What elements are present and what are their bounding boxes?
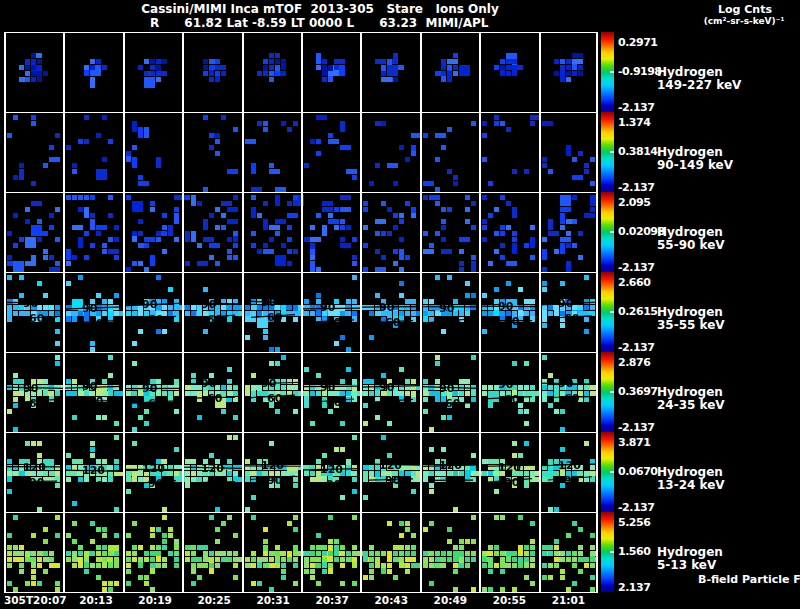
spectrogram-canvas: [4, 113, 598, 192]
species-label: Hydrogen: [657, 305, 723, 319]
species-label: Hydrogen: [657, 465, 723, 479]
row-sidebar: 1.374 0.3814 -2.137 Hydrogen 90-149 keV: [601, 112, 800, 193]
colorbar-max-label: 2.660: [618, 276, 650, 289]
colorbar-mid-label: -0.9198: [618, 65, 662, 78]
species-label: Hydrogen: [657, 65, 723, 79]
time-tick-label: 20:19: [126, 594, 185, 606]
spectrogram-canvas: [4, 513, 598, 592]
time-tick-label: 21:01: [539, 594, 598, 606]
time-axis: 305T20:07 20:13 20:19 20:25 20:31 20:37 …: [4, 594, 598, 606]
colorbar-max-label: 2.095: [618, 196, 650, 209]
spectrogram-row-5-13: [4, 512, 598, 593]
energy-range-label: 5-13 keV: [657, 558, 716, 572]
row-sidebar: 2.095 0.02098 -2.137 Hydrogen 55-90 keV: [601, 192, 800, 273]
colorbar-max-label: 1.374: [618, 116, 650, 129]
colorbar-mid-label: 0.3814: [618, 145, 657, 158]
colorbar-max-label: 5.256: [618, 516, 650, 529]
bfield-particle-flow-label: B-field Particle Flow: [698, 573, 800, 586]
species-label: Hydrogen: [657, 145, 723, 159]
colorbar-mid-label: 0.2615: [618, 305, 657, 318]
species-label: Hydrogen: [657, 225, 723, 239]
colorbar: [601, 32, 614, 112]
colorbar: [601, 192, 614, 272]
spectrogram-canvas: [4, 273, 598, 352]
colorbar: [601, 432, 614, 512]
colorbar-max-label: 3.871: [618, 436, 650, 449]
spectrogram-canvas: [4, 353, 598, 432]
time-tick-label: 20:55: [480, 594, 539, 606]
time-tick-label: 20:37: [303, 594, 362, 606]
orbit-info-line: R 61.82 Lat -8.59 LT 0000 L 63.23 MIMI/A…: [150, 16, 488, 30]
time-tick-label: 305T20:07: [4, 594, 67, 606]
species-label: Hydrogen: [657, 385, 723, 399]
row-sidebar: 2.876 0.3697 -2.137 Hydrogen 24-35 keV: [601, 352, 800, 433]
spectrogram-row-24-35: [4, 352, 598, 432]
colorbar-max-label: 0.2971: [618, 36, 657, 49]
energy-range-label: 149-227 keV: [657, 78, 741, 92]
colorbar: [601, 272, 614, 352]
row-sidebar: 2.660 0.2615 -2.137 Hydrogen 35-55 keV: [601, 272, 800, 353]
time-tick-label: 20:25: [185, 594, 244, 606]
colorbar-mid-label: 0.3697: [618, 385, 657, 398]
row-sidebar: 3.871 0.0670 -2.137 Hydrogen 13-24 keV: [601, 432, 800, 513]
colorbar-mid-label: 1.560: [618, 545, 650, 558]
spectrogram-row-55-90: [4, 192, 598, 272]
page-title: Cassini/MIMI Inca mTOF 2013-305 Stare Io…: [0, 2, 640, 16]
spectrogram-row-13-24: [4, 432, 598, 512]
energy-range-label: 24-35 keV: [657, 398, 725, 412]
energy-range-label: 35-55 keV: [657, 318, 725, 332]
time-tick-label: 20:13: [67, 594, 126, 606]
spectrogram-canvas: [4, 193, 598, 272]
spectrogram-grid: [4, 32, 598, 593]
colorbar-min-label: 2.137: [618, 581, 650, 594]
energy-range-label: 55-90 keV: [657, 238, 725, 252]
colorbar-max-label: 2.876: [618, 356, 650, 369]
time-tick-label: 20:43: [362, 594, 421, 606]
spectrogram-canvas: [4, 33, 598, 112]
colorbar: [601, 112, 614, 192]
colorbar-mid-label: 0.0670: [618, 465, 657, 478]
energy-range-label: 13-24 keV: [657, 478, 725, 492]
spectrogram-canvas: [4, 433, 598, 512]
colorbar-legend-units: (cm²-sr-s-keV)⁻¹: [688, 16, 800, 26]
mimi-inca-display: Cassini/MIMI Inca mTOF 2013-305 Stare Io…: [0, 0, 800, 609]
species-label: Hydrogen: [657, 545, 723, 559]
spectrogram-row-149-227: [4, 32, 598, 112]
colorbar: [601, 352, 614, 432]
time-tick-label: 20:31: [244, 594, 303, 606]
colorbar: [601, 512, 614, 592]
row-sidebar: 0.2971 -0.9198 -2.137 Hydrogen 149-227 k…: [601, 32, 800, 113]
time-tick-label: 20:49: [421, 594, 480, 606]
spectrogram-row-35-55: [4, 272, 598, 352]
colorbar-legend-title: Log Cnts: [690, 3, 800, 16]
energy-range-label: 90-149 keV: [657, 158, 733, 172]
spectrogram-row-90-149: [4, 112, 598, 192]
